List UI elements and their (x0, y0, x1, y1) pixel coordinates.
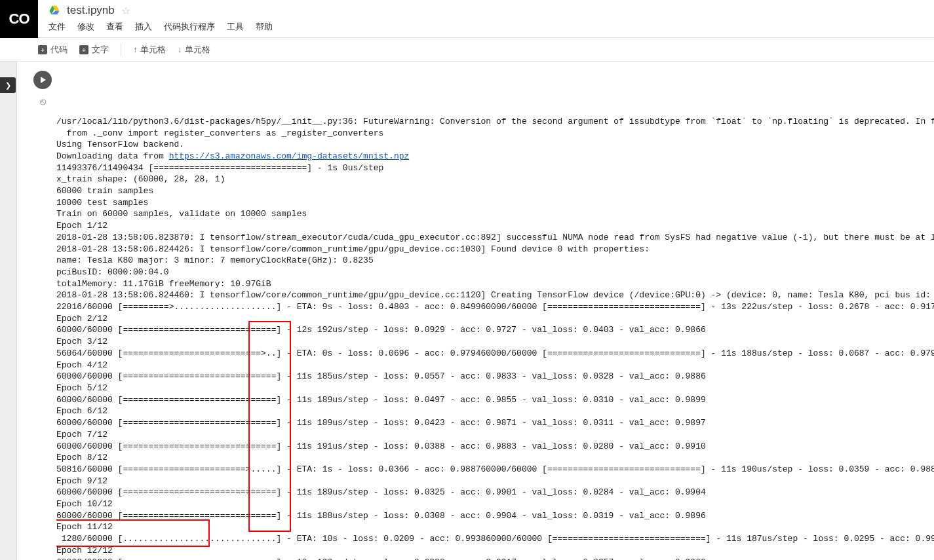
menu-edit[interactable]: 修改 (77, 21, 94, 33)
output-line: Epoch 2/12 (56, 313, 934, 325)
left-gutter: ❯ (0, 62, 17, 560)
output-line: from ._conv import register_converters a… (56, 128, 934, 140)
output-line: Epoch 7/12 (56, 429, 934, 441)
run-cell-button[interactable] (33, 71, 52, 89)
output-line: Epoch 8/12 (56, 452, 934, 464)
arrow-down-icon: ↓ (178, 45, 182, 54)
output-line: x_train shape: (60000, 28, 28, 1) (56, 174, 934, 185)
output-line: 22016/60000 [=========>.................… (56, 301, 934, 313)
cell-up-button[interactable]: ↑ 单元格 (133, 44, 166, 56)
file-title[interactable]: test.ipynb (67, 4, 115, 17)
expand-sidebar-button[interactable]: ❯ (0, 77, 16, 93)
menu-help[interactable]: 帮助 (256, 21, 273, 33)
header: CO test.ipynb ☆ 文件 修改 查看 插入 代码执行程序 工具 帮助 (0, 0, 934, 38)
output-line: 56064/60000 [===========================… (56, 348, 934, 360)
output-line: /usr/local/lib/python3.6/dist-packages/h… (56, 116, 934, 128)
cell-down-label: 单元格 (185, 44, 210, 56)
cell-controls: ⎋ (29, 69, 56, 560)
output-line: 60000/60000 [===========================… (56, 487, 934, 498)
cell-down-button[interactable]: ↓ 单元格 (178, 44, 210, 56)
dataset-link[interactable]: https://s3.amazonaws.com/img-datasets/mn… (169, 151, 410, 161)
add-text-button[interactable]: + 文字 (79, 44, 109, 56)
menu-runtime[interactable]: 代码执行程序 (164, 21, 215, 33)
menu-file[interactable]: 文件 (49, 21, 66, 33)
output-line: 60000/60000 [===========================… (56, 441, 934, 453)
cell-up-label: 单元格 (140, 44, 166, 56)
output-line: 60000/60000 [===========================… (56, 394, 934, 406)
output-line: Using TensorFlow backend. (56, 139, 934, 151)
menu-bar: 文件 修改 查看 插入 代码执行程序 工具 帮助 (49, 21, 924, 33)
notebook-area: ⎋ /usr/local/lib/python3.6/dist-packages… (17, 62, 934, 560)
output-line: 60000/60000 [===========================… (56, 510, 934, 522)
output-line: name: Tesla K80 major: 3 minor: 7 memory… (56, 255, 934, 267)
output-line: 11493376/11490434 [=====================… (56, 162, 934, 174)
output-line: pciBusID: 0000:00:04.0 (56, 267, 934, 278)
output-line: Epoch 12/12 (56, 545, 934, 557)
output-line: 60000/60000 [===========================… (56, 417, 934, 429)
output-line: 60000/60000 [===========================… (56, 557, 934, 560)
menu-insert[interactable]: 插入 (135, 21, 152, 33)
plus-icon: + (79, 45, 88, 54)
output-line: 50816/60000 [========================>..… (56, 464, 934, 476)
output-line: Epoch 3/12 (56, 336, 934, 348)
menu-tools[interactable]: 工具 (227, 21, 244, 33)
output-line: Epoch 5/12 (56, 383, 934, 394)
output-line: 2018-01-28 13:58:06.824460: I tensorflow… (56, 289, 934, 301)
output-line: 60000 train samples (56, 185, 934, 197)
toolbar: + 代码 + 文字 ↑ 单元格 ↓ 单元格 (0, 38, 934, 62)
add-text-label: 文字 (92, 44, 109, 56)
output-line: Epoch 9/12 (56, 476, 934, 487)
cell-link-icon[interactable]: ⎋ (40, 96, 46, 107)
output-line: Epoch 11/12 (56, 521, 934, 533)
output-line: Epoch 6/12 (56, 405, 934, 417)
plus-icon: + (38, 45, 47, 54)
title-row: test.ipynb ☆ (49, 4, 924, 17)
output-line: Epoch 4/12 (56, 360, 934, 371)
add-code-button[interactable]: + 代码 (38, 44, 68, 56)
output-line: 1280/60000 [............................… (56, 533, 934, 545)
output-line: Train on 60000 samples, validate on 1000… (56, 208, 934, 220)
cell-output: /usr/local/lib/python3.6/dist-packages/h… (56, 69, 934, 560)
header-content: test.ipynb ☆ 文件 修改 查看 插入 代码执行程序 工具 帮助 (38, 0, 934, 33)
output-line: 2018-01-28 13:58:06.824426: I tensorflow… (56, 244, 934, 255)
drive-icon (49, 5, 60, 16)
play-icon (41, 77, 46, 83)
output-line: 60000/60000 [===========================… (56, 371, 934, 383)
toolbar-separator (121, 43, 121, 56)
output-line: Downloading data from https://s3.amazona… (56, 151, 934, 162)
output-line: 60000/60000 [===========================… (56, 324, 934, 336)
arrow-up-icon: ↑ (133, 45, 137, 54)
main: ❯ ⎋ /usr/local/lib/python3.6/dist-packag… (0, 62, 934, 560)
star-icon[interactable]: ☆ (121, 5, 130, 17)
output-line: 10000 test samples (56, 197, 934, 209)
output-line: Epoch 10/12 (56, 498, 934, 510)
menu-view[interactable]: 查看 (106, 21, 123, 33)
add-code-label: 代码 (50, 44, 68, 56)
output-line: 2018-01-28 13:58:06.823870: I tensorflow… (56, 232, 934, 244)
output-line: totalMemory: 11.17GiB freeMemory: 10.97G… (56, 278, 934, 290)
colab-logo: CO (0, 0, 38, 38)
output-line: Epoch 1/12 (56, 220, 934, 232)
